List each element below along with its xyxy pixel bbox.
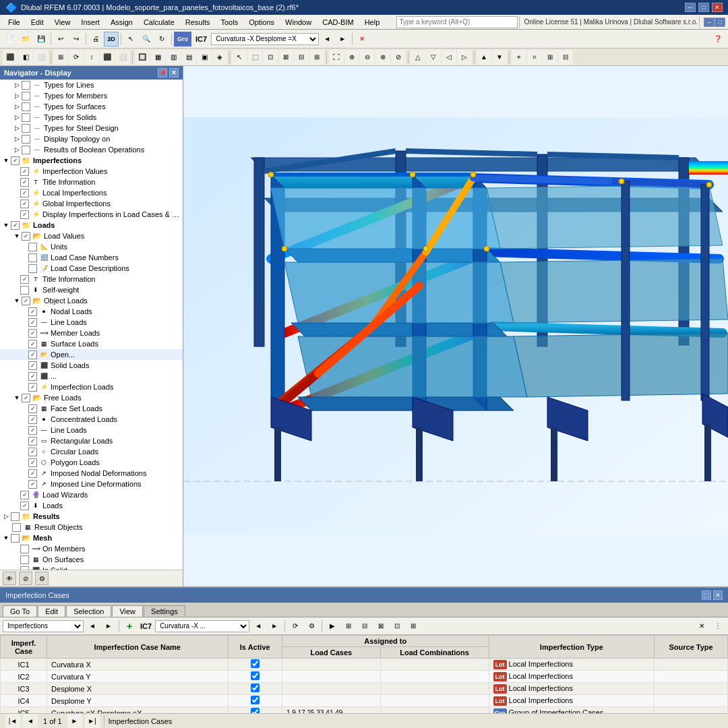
tb2-6[interactable]: ↕ (84, 50, 99, 65)
checkbox[interactable] (11, 512, 20, 521)
checkbox[interactable] (20, 275, 29, 284)
checkbox[interactable] (28, 448, 37, 456)
close-button[interactable]: ✕ (712, 3, 723, 12)
toggle-icon[interactable]: ▼ (1, 156, 11, 165)
checkbox[interactable] (20, 189, 29, 198)
viewport-3d[interactable] (183, 66, 728, 586)
name-input[interactable] (51, 685, 173, 693)
tb2-29[interactable]: ▷ (457, 50, 472, 65)
add-btn[interactable]: + (122, 619, 137, 634)
prev-btn[interactable]: ◄ (85, 619, 100, 634)
help-btn[interactable]: ❓ (710, 32, 725, 47)
menu-view[interactable]: View (49, 17, 76, 28)
menu-window[interactable]: Window (280, 17, 317, 28)
tb-b3[interactable]: ⊠ (373, 619, 388, 634)
tb2-18[interactable]: ⊠ (278, 50, 293, 65)
checkbox[interactable] (28, 351, 37, 359)
table-row[interactable]: IC1 LotLocal Imperfections (1, 659, 728, 671)
imperfections-dropdown[interactable]: Imperfections (3, 620, 84, 632)
tree-item-imposed-line[interactable]: ↗ Imposed Line Deformations (0, 479, 183, 489)
checkbox[interactable] (28, 469, 37, 478)
tree-item-solid-loads[interactable]: ⬛ Solid Loads (0, 360, 183, 371)
checkbox[interactable] (20, 210, 29, 219)
tree-item-imposed-nodal[interactable]: ↗ Imposed Nodal Deformations (0, 468, 183, 479)
tree-item-circ-loads[interactable]: ○ Circular Loads (0, 446, 183, 457)
checkbox-loads[interactable] (11, 221, 20, 230)
settings-btn[interactable]: ⚙ (304, 619, 319, 634)
active-checkbox[interactable] (251, 671, 260, 680)
tree-item-units[interactable]: 📐 Units (0, 241, 183, 252)
tb2-28[interactable]: ◁ (442, 50, 456, 65)
next2-btn[interactable]: ► (267, 619, 282, 634)
tb2-7[interactable]: ⬛ (100, 50, 115, 65)
tree-item-imperfections[interactable]: ▼ 📁 Imperfections (0, 155, 183, 166)
checkbox[interactable] (20, 286, 29, 295)
checkbox[interactable] (22, 297, 30, 305)
next-btn[interactable]: ► (101, 619, 116, 634)
prev-case[interactable]: ◄ (320, 32, 334, 47)
close-panel-btn[interactable]: ✕ (694, 619, 709, 634)
table-row[interactable]: IC5 1,9,17,25,33,41,49... GroGroup of Im… (1, 707, 728, 714)
tb2-26[interactable]: △ (411, 50, 425, 65)
tb2-12[interactable]: ▤ (181, 50, 196, 65)
tree-item-free-loads[interactable]: ▼ 📂 Free Loads (0, 392, 183, 403)
tb2-27[interactable]: ▽ (426, 50, 441, 65)
nav-eye-off-btn[interactable]: ⊘ (19, 572, 32, 585)
toggle-icon[interactable]: ▷ (12, 80, 22, 90)
checkbox[interactable] (12, 523, 21, 532)
save-btn[interactable]: 💾 (34, 32, 49, 47)
tb2-17[interactable]: ⊡ (263, 50, 278, 65)
tab-view[interactable]: View (112, 605, 143, 617)
more-btn[interactable]: ⋮ (710, 619, 725, 634)
tree-item-member-loads[interactable]: ⟹ Member Loads (0, 328, 183, 338)
case-dropdown[interactable]: Curvatura -X ... (155, 620, 249, 632)
tree-item-selfweight[interactable]: ⬇ Self-weight (0, 284, 183, 295)
panel-undock-btn[interactable]: ⬚ (702, 590, 711, 600)
nav-close-btn[interactable]: ✕ (169, 68, 179, 78)
tb2-35[interactable]: ⊟ (558, 50, 573, 65)
calc-btn[interactable]: ▶ (325, 619, 340, 634)
tree-item-rect-loads[interactable]: ▭ Rectangular Loads (0, 435, 183, 446)
toggle-icon[interactable]: ▷ (1, 512, 11, 521)
tree-item-mesh-surfaces[interactable]: ▦ On Surfaces (0, 554, 183, 565)
tree-item-lc-numbers[interactable]: 🔢 Load Case Numbers (0, 252, 183, 263)
rotate-btn[interactable]: ↻ (154, 32, 169, 47)
toggle-icon[interactable]: ▷ (12, 91, 22, 100)
cell-active[interactable] (228, 695, 282, 707)
keyword-search[interactable] (396, 16, 518, 28)
tb2-30[interactable]: ▲ (477, 50, 491, 65)
cell-active[interactable] (228, 707, 282, 714)
tree-item-boolean-results[interactable]: ▷ ─ Results of Boolean Operations (0, 144, 183, 155)
zoom-btn[interactable]: 🔍 (139, 32, 154, 47)
tb-b5[interactable]: ⊞ (406, 619, 421, 634)
next-case[interactable]: ► (335, 32, 350, 47)
print-btn[interactable]: 🖨 (88, 32, 103, 47)
tree-item-imperf-title[interactable]: T Title Information (0, 177, 183, 187)
tb2-14[interactable]: ◈ (212, 50, 227, 65)
checkbox[interactable] (20, 178, 29, 187)
checkbox[interactable] (28, 361, 37, 370)
checkbox[interactable] (20, 555, 29, 564)
checkbox[interactable] (22, 394, 30, 402)
name-input[interactable] (51, 697, 173, 705)
panel-minimize[interactable]: ─ (704, 18, 715, 27)
next-page-btn[interactable]: ► (67, 714, 82, 729)
tb2-9[interactable]: 🔲 (135, 50, 150, 65)
table-container[interactable]: Imperf.Case Imperfection Case Name Is Ac… (0, 635, 728, 713)
open-btn[interactable]: 📁 (18, 32, 33, 47)
tb2-11[interactable]: ▥ (166, 50, 181, 65)
checkbox[interactable] (28, 329, 37, 338)
menu-file[interactable]: File (3, 17, 26, 28)
tree-item-types-solids[interactable]: ▷ ─ Types for Solids (0, 112, 183, 123)
checkbox[interactable] (28, 307, 37, 316)
tree-item-global-imperf[interactable]: ⚡ Global Imperfections (0, 198, 183, 209)
checkbox[interactable] (28, 426, 37, 435)
minimize-button[interactable]: ─ (685, 3, 696, 12)
toggle-icon[interactable]: ▷ (12, 134, 22, 144)
tree-item-title-info[interactable]: T Title Information (0, 274, 183, 284)
checkbox[interactable] (22, 113, 30, 122)
tb2-25[interactable]: ⊘ (391, 50, 406, 65)
tree-item-types-surfaces[interactable]: ▷ ─ Types for Surfaces (0, 101, 183, 112)
table-row[interactable]: IC4 LotLocal Imperfections (1, 695, 728, 707)
tab-edit[interactable]: Edit (38, 605, 65, 617)
